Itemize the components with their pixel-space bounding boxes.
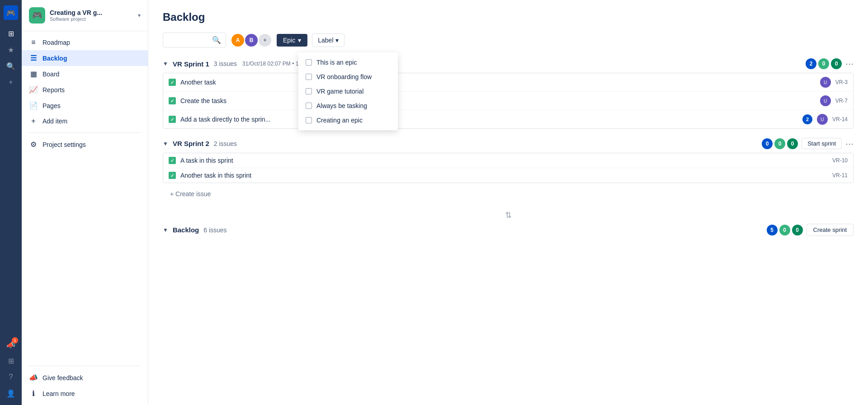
sidebar: 🎮 Creating a VR g... Software project ▾ … xyxy=(22,0,148,405)
search-icon[interactable]: 🔍 xyxy=(5,60,17,72)
table-row[interactable]: ✓ Another task in this sprint VR-11 xyxy=(163,168,853,183)
search-input[interactable] xyxy=(168,37,209,44)
toolbar: 🔍 A B + Epic ▾ Label ▾ This is an epic V… xyxy=(163,33,854,47)
table-row[interactable]: ✓ Create the tasks U VR-7 xyxy=(163,92,853,110)
sidebar-label-project-settings: Project settings xyxy=(42,141,86,148)
sprint-1-more-button[interactable]: ⋯ xyxy=(845,59,854,69)
sidebar-nav: ≡ Roadmap ☰ Backlog ▦ Board 📈 Reports 📄 … xyxy=(22,31,148,358)
sidebar-label-reports: Reports xyxy=(42,86,65,94)
project-avatar: 🎮 xyxy=(29,7,45,24)
issue-type-icon: ✓ xyxy=(169,79,176,86)
issue-title: Another task xyxy=(180,79,816,86)
sprint-1-badge-3: 0 xyxy=(831,58,842,69)
sidebar-item-give-feedback[interactable]: 📣 Give feedback xyxy=(22,370,148,386)
search-icon: 🔍 xyxy=(212,36,221,44)
epic-checkbox-2 xyxy=(306,74,312,80)
home-icon[interactable]: ⊞ xyxy=(5,27,17,40)
feedback-icon[interactable]: 📣 1 xyxy=(5,338,17,351)
sprint-2-more-button[interactable]: ⋯ xyxy=(845,139,854,149)
sidebar-item-project-settings[interactable]: ⚙ Project settings xyxy=(22,137,148,152)
search-box[interactable]: 🔍 xyxy=(163,33,226,47)
epic-option-always-be-tasking[interactable]: Always be tasking xyxy=(298,99,398,113)
sprint-2-issues-table: ✓ A task in this sprint VR-10 ✓ Another … xyxy=(163,153,854,183)
sprint-1-header: ▼ VR Sprint 1 3 issues 31/Oct/18 02:07 P… xyxy=(163,58,854,69)
app-logo[interactable]: 🎮 xyxy=(4,5,18,20)
sprint-1-toggle[interactable]: ▼ xyxy=(163,61,168,67)
sidebar-chevron-icon[interactable]: ▾ xyxy=(138,12,141,19)
page-title: Backlog xyxy=(163,11,854,24)
issue-id: VR-7 xyxy=(835,98,848,104)
issue-avatar: U xyxy=(820,95,831,106)
issue-title: Add a task directly to the sprin... xyxy=(180,116,798,123)
epic-option-vr-game-tutorial[interactable]: VR game tutorial xyxy=(298,84,398,99)
create-sprint-button[interactable]: Create sprint xyxy=(807,224,854,236)
backlog-header: ▼ Backlog 6 issues 5 0 0 Create sprint xyxy=(163,224,854,236)
backlog-badges: 5 0 0 xyxy=(767,225,803,235)
epic-option-label-5: Creating an epic xyxy=(316,117,363,124)
project-info: Creating a VR g... Software project xyxy=(50,9,102,22)
apps-icon[interactable]: ⊞ xyxy=(5,354,17,367)
issue-meta: U VR-3 xyxy=(820,77,848,88)
sidebar-label-learn-more: Learn more xyxy=(42,390,75,397)
issue-type-icon: ✓ xyxy=(169,172,176,179)
sidebar-divider xyxy=(29,132,141,133)
epic-option-vr-onboarding-flow[interactable]: VR onboarding flow xyxy=(298,70,398,84)
board-icon: ▦ xyxy=(29,70,38,78)
help-icon[interactable]: ? xyxy=(5,371,17,383)
backlog-name: Backlog xyxy=(173,226,199,234)
avatar-1[interactable]: A xyxy=(231,33,245,47)
epic-button-label: Epic xyxy=(283,37,295,44)
sprint-2-toggle[interactable]: ▼ xyxy=(163,141,168,147)
sidebar-item-board[interactable]: ▦ Board xyxy=(22,66,148,82)
create-issue-button[interactable]: + Create issue xyxy=(163,187,854,201)
sidebar-item-backlog[interactable]: ☰ Backlog xyxy=(22,50,148,66)
label-filter-button[interactable]: Label ▾ xyxy=(312,33,344,47)
user-avatar-icon[interactable]: 👤 xyxy=(5,387,17,400)
issue-id: VR-14 xyxy=(832,116,848,122)
sidebar-label-board: Board xyxy=(42,71,59,78)
epic-option-label-1: This is an epic xyxy=(316,59,357,66)
backlog-icon: ☰ xyxy=(29,54,38,62)
add-avatar-button[interactable]: + xyxy=(258,33,272,47)
star-icon[interactable]: ★ xyxy=(5,43,17,56)
sidebar-item-roadmap[interactable]: ≡ Roadmap xyxy=(22,35,148,50)
table-row[interactable]: ✓ Add a task directly to the sprin... 2 … xyxy=(163,110,853,128)
sprint-2-issues: 2 issues xyxy=(214,140,237,147)
table-row[interactable]: ✓ Another task U VR-3 xyxy=(163,73,853,92)
sidebar-item-reports[interactable]: 📈 Reports xyxy=(22,82,148,98)
sprint-1-actions: 2 0 0 ⋯ xyxy=(806,58,854,69)
backlog-actions: 5 0 0 Create sprint xyxy=(767,224,854,236)
issue-meta: U VR-7 xyxy=(820,95,848,106)
issue-type-icon: ✓ xyxy=(169,116,176,123)
sidebar-label-give-feedback: Give feedback xyxy=(42,374,83,381)
sprint-1-badge-1: 2 xyxy=(806,58,816,69)
sprint-2-badge-3: 0 xyxy=(787,138,798,149)
sidebar-item-pages[interactable]: 📄 Pages xyxy=(22,98,148,113)
sprint-2-name: VR Sprint 2 xyxy=(173,140,209,147)
notification-badge: 1 xyxy=(12,337,18,344)
roadmap-icon: ≡ xyxy=(29,38,38,47)
epic-option-this-is-an-epic[interactable]: This is an epic xyxy=(298,55,398,70)
reports-icon: 📈 xyxy=(29,85,38,94)
epic-filter-button[interactable]: Epic ▾ xyxy=(277,34,307,47)
main-content: Backlog 🔍 A B + Epic ▾ Label ▾ This is a… xyxy=(148,0,868,405)
backlog-toggle[interactable]: ▼ xyxy=(163,227,168,233)
create-icon[interactable]: + xyxy=(5,76,17,89)
epic-option-creating-an-epic[interactable]: Creating an epic xyxy=(298,113,398,127)
issue-meta: VR-10 xyxy=(832,157,848,164)
sidebar-item-add-item[interactable]: + Add item xyxy=(22,113,148,129)
table-row[interactable]: ✓ A task in this sprint VR-10 xyxy=(163,153,853,168)
add-item-icon: + xyxy=(29,117,38,125)
start-sprint-button[interactable]: Start sprint xyxy=(802,138,842,149)
backlog-badge-1: 5 xyxy=(767,225,778,235)
sidebar-item-learn-more[interactable]: ℹ Learn more xyxy=(22,386,148,401)
sprint-1-badge-2: 0 xyxy=(818,58,829,69)
label-button-label: Label xyxy=(318,37,333,44)
avatar-2[interactable]: B xyxy=(244,33,259,47)
sprint-2-actions: 0 0 0 Start sprint ⋯ xyxy=(762,138,854,149)
sprint-2-header: ▼ VR Sprint 2 2 issues 0 0 0 Start sprin… xyxy=(163,138,854,149)
issue-title: Create the tasks xyxy=(180,97,816,104)
issue-title: Another task in this sprint xyxy=(180,172,828,179)
sprint-1-badges: 2 0 0 xyxy=(806,58,842,69)
info-icon: ℹ xyxy=(29,389,38,398)
